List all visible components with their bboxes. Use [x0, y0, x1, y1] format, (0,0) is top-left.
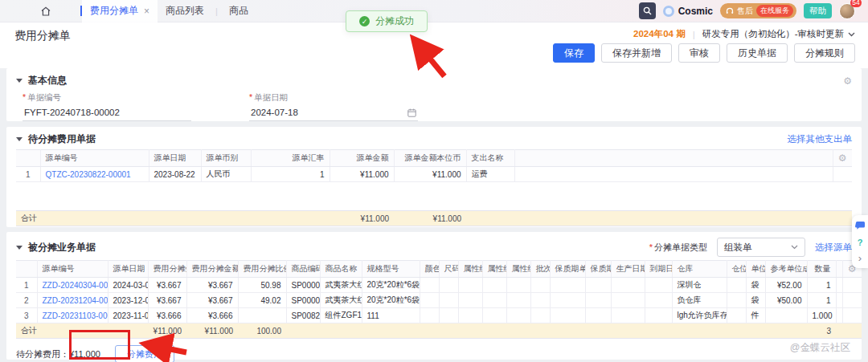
cosmic-logo-icon — [663, 6, 674, 17]
doc-no-label: 单据编号 — [27, 92, 61, 102]
doc-type-select[interactable]: 组装单 — [717, 238, 805, 257]
row-number-header — [16, 261, 37, 278]
cell: 49.02 — [238, 293, 286, 308]
column-header: 颜色 — [420, 261, 439, 278]
tab-label: 商品列表 — [166, 4, 204, 18]
chevron-down-icon — [791, 245, 798, 250]
column-header: 费用分摊金额 — [148, 261, 186, 278]
help-button[interactable]: 帮助 — [804, 3, 832, 18]
cell: ¥11.000 — [394, 167, 466, 182]
cell: 2023-08-22 — [149, 167, 201, 182]
expense-table: 源单编号源单日期源单币别源单汇率源单金额源单金额本位币支出名称⚙ 1QTZC-2… — [16, 149, 852, 226]
cosmic-label: Cosmic — [678, 6, 713, 17]
select-other-expense-link[interactable]: 选择其他支出单 — [788, 133, 853, 145]
required-mark: * — [649, 242, 653, 252]
cell: 1.000 — [807, 308, 836, 323]
collapse-icon[interactable] — [16, 246, 23, 250]
section-title: 被分摊业务单据 — [28, 241, 96, 254]
cosmic-brand[interactable]: Cosmic — [663, 6, 713, 17]
total-row: 合计 ¥11.000 ¥11.000 100.00 3 — [16, 323, 862, 339]
gear-icon[interactable]: ⚙ — [838, 153, 847, 164]
toast-message: 分摊成功 — [375, 14, 414, 28]
floating-toolbar: ? › — [852, 215, 868, 268]
tab-close-icon[interactable]: × — [144, 6, 149, 17]
cell: SP00002 — [286, 278, 320, 293]
section-title: 基本信息 — [28, 74, 67, 87]
cell: 20克*20粒*6袋 — [362, 278, 420, 293]
collapse-panel-icon[interactable]: › — [858, 254, 862, 262]
cell — [585, 293, 611, 308]
divider: | — [693, 30, 695, 39]
tab-product-list[interactable]: 商品列表 — [158, 0, 212, 22]
total-amount: ¥11.000 — [148, 323, 186, 339]
cell: 2024-03-04 — [108, 278, 148, 293]
column-header: 商品编码 — [286, 261, 320, 278]
cell — [458, 278, 482, 293]
cell: 1 — [251, 167, 330, 182]
column-header: 仓位 — [727, 261, 746, 278]
column-header: 参考单位成本 — [765, 261, 807, 278]
cell — [765, 308, 807, 323]
source-doc-link[interactable]: ZZD-20231103-00001 — [43, 311, 108, 320]
cell — [482, 278, 506, 293]
cell: 运费 — [466, 167, 514, 182]
column-header: 源单汇率 — [251, 150, 330, 167]
collapse-icon[interactable] — [16, 79, 23, 83]
feedback-chat-icon[interactable] — [855, 221, 866, 230]
home-icon[interactable] — [39, 4, 53, 18]
cell — [833, 167, 852, 182]
gear-icon[interactable]: ⚙ — [843, 75, 852, 87]
allocation-rules-button[interactable]: 分摊规则 — [794, 43, 855, 63]
column-header: 属性组4 — [482, 261, 506, 278]
cell: ¥50.00 — [765, 293, 807, 308]
help-label: 帮助 — [809, 6, 826, 17]
cell: 20克*20粒*6袋 — [362, 293, 420, 308]
audit-button[interactable]: 审核 — [678, 43, 720, 63]
cell: 1 — [16, 167, 40, 182]
cell — [530, 278, 550, 293]
help-question-icon[interactable]: ? — [858, 238, 863, 247]
doc-date-input[interactable]: 2024-07-18 — [249, 106, 418, 121]
costing-scheme-dropdown[interactable]: 研发专用（勿初始化）-审核时更新 — [702, 28, 855, 40]
source-doc-link[interactable]: QTZC-20230822-00001 — [46, 170, 131, 179]
column-header: 费用分摊金额本位币 — [186, 261, 238, 278]
cell — [842, 308, 862, 323]
save-and-new-button[interactable]: 保存并新增 — [601, 43, 672, 63]
cell: 3 — [16, 308, 37, 323]
calendar-icon[interactable] — [407, 108, 416, 117]
search-button[interactable] — [639, 2, 656, 19]
cell: 件 — [746, 308, 765, 323]
cell: SP00002 — [286, 293, 320, 308]
column-header: 商品名称 — [320, 261, 362, 278]
source-doc-link[interactable]: ZZD-20231204-00001 — [43, 296, 108, 305]
cell: 袋 — [746, 278, 765, 293]
cell — [439, 278, 458, 293]
after-sales-service-button[interactable]: 售后 在线服务 — [720, 3, 796, 18]
select-source-doc-link[interactable]: 选择源单 — [815, 242, 852, 254]
cell: ¥3.667 — [186, 293, 238, 308]
filler-header — [514, 150, 833, 167]
cell — [836, 278, 842, 293]
total-amount-local: ¥11.000 — [394, 211, 466, 226]
column-header: 保质期 — [585, 261, 611, 278]
cell: SP00822 — [286, 308, 320, 323]
required-mark: * — [249, 92, 252, 102]
filler-header — [836, 261, 842, 278]
community-watermark: @金蝶云社区 — [790, 341, 850, 355]
online-service-tag: 在线服务 — [756, 5, 793, 17]
history-docs-button[interactable]: 历史单据 — [727, 43, 788, 63]
collapse-icon[interactable] — [16, 137, 23, 141]
doc-no-input[interactable]: FYFT-20240718-00002 — [23, 106, 191, 121]
tab-product[interactable]: 商品 — [221, 0, 256, 22]
column-header: 生产日期 — [611, 261, 645, 278]
tab-expense-allocation[interactable]: 费用分摊单 × — [82, 0, 158, 22]
save-button[interactable]: 保存 — [553, 43, 595, 63]
cell: 深圳仓 — [672, 278, 727, 293]
cell — [530, 293, 550, 308]
cell: ZZD-20231204-00001 — [37, 293, 108, 308]
spacer-row — [16, 182, 852, 211]
cell — [727, 308, 746, 323]
total-label: 合计 — [16, 211, 330, 226]
source-doc-link[interactable]: ZZD-20240304-00001 — [43, 281, 108, 290]
cell: 2023-12-04 — [108, 293, 148, 308]
